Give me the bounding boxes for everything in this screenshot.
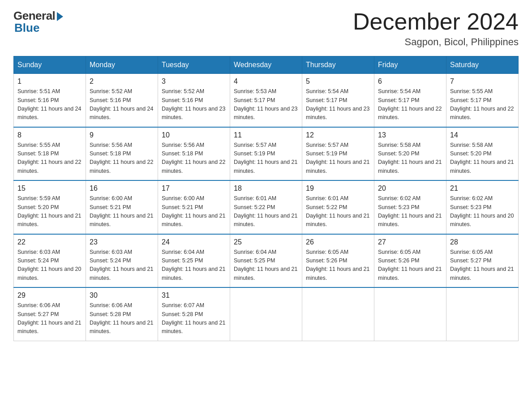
calendar-day-cell: 12 Sunrise: 5:57 AM Sunset: 5:19 PM Dayl… xyxy=(302,127,374,181)
day-number: 20 xyxy=(378,184,442,193)
day-number: 31 xyxy=(162,291,226,300)
day-number: 21 xyxy=(450,184,515,193)
day-number: 14 xyxy=(450,131,515,139)
day-info: Sunrise: 6:06 AM Sunset: 5:28 PM Dayligh… xyxy=(90,301,154,336)
day-info: Sunrise: 6:01 AM Sunset: 5:22 PM Dayligh… xyxy=(234,194,298,229)
day-info: Sunrise: 5:55 AM Sunset: 5:18 PM Dayligh… xyxy=(17,141,82,176)
header-thursday: Thursday xyxy=(302,56,374,74)
day-number: 26 xyxy=(306,238,370,246)
month-title: December 2024 xyxy=(353,9,519,34)
calendar-day-cell: 13 Sunrise: 5:58 AM Sunset: 5:20 PM Dayl… xyxy=(374,127,446,181)
calendar-day-cell: 16 Sunrise: 6:00 AM Sunset: 5:21 PM Dayl… xyxy=(86,180,158,234)
day-number: 5 xyxy=(306,77,370,86)
location-subtitle: Sagpon, Bicol, Philippines xyxy=(353,36,519,48)
day-number: 24 xyxy=(162,238,226,246)
calendar-day-cell: 14 Sunrise: 5:58 AM Sunset: 5:20 PM Dayl… xyxy=(446,127,519,181)
calendar-day-cell xyxy=(230,287,302,341)
calendar-day-cell: 30 Sunrise: 6:06 AM Sunset: 5:28 PM Dayl… xyxy=(86,287,158,341)
day-number: 17 xyxy=(162,184,226,193)
calendar-day-cell xyxy=(374,287,446,341)
calendar-day-cell: 4 Sunrise: 5:53 AM Sunset: 5:17 PM Dayli… xyxy=(230,74,302,127)
day-info: Sunrise: 6:05 AM Sunset: 5:26 PM Dayligh… xyxy=(306,248,370,283)
calendar-table: Sunday Monday Tuesday Wednesday Thursday… xyxy=(13,56,519,341)
header-monday: Monday xyxy=(86,56,158,74)
day-info: Sunrise: 6:04 AM Sunset: 5:25 PM Dayligh… xyxy=(234,248,298,283)
day-info: Sunrise: 5:55 AM Sunset: 5:17 PM Dayligh… xyxy=(450,87,515,122)
calendar-day-cell: 19 Sunrise: 6:01 AM Sunset: 5:22 PM Dayl… xyxy=(302,180,374,234)
day-number: 11 xyxy=(234,131,298,139)
day-info: Sunrise: 5:59 AM Sunset: 5:20 PM Dayligh… xyxy=(17,194,82,229)
logo-arrow-icon xyxy=(57,12,63,21)
calendar-day-cell: 25 Sunrise: 6:04 AM Sunset: 5:25 PM Dayl… xyxy=(230,234,302,288)
day-number: 30 xyxy=(90,291,154,300)
calendar-day-cell: 7 Sunrise: 5:55 AM Sunset: 5:17 PM Dayli… xyxy=(446,74,519,127)
day-number: 1 xyxy=(17,77,82,86)
calendar-day-cell: 8 Sunrise: 5:55 AM Sunset: 5:18 PM Dayli… xyxy=(14,127,86,181)
day-number: 22 xyxy=(17,238,82,246)
header-saturday: Saturday xyxy=(446,56,519,74)
day-info: Sunrise: 5:52 AM Sunset: 5:16 PM Dayligh… xyxy=(90,87,154,122)
day-info: Sunrise: 6:02 AM Sunset: 5:23 PM Dayligh… xyxy=(378,194,442,229)
calendar-day-cell: 22 Sunrise: 6:03 AM Sunset: 5:24 PM Dayl… xyxy=(14,234,86,288)
day-info: Sunrise: 5:54 AM Sunset: 5:17 PM Dayligh… xyxy=(306,87,370,122)
day-number: 7 xyxy=(450,77,515,86)
calendar-day-cell: 1 Sunrise: 5:51 AM Sunset: 5:16 PM Dayli… xyxy=(14,74,86,127)
day-number: 12 xyxy=(306,131,370,139)
day-info: Sunrise: 5:53 AM Sunset: 5:17 PM Dayligh… xyxy=(234,87,298,122)
title-section: December 2024 Sagpon, Bicol, Philippines xyxy=(353,9,519,48)
day-info: Sunrise: 6:05 AM Sunset: 5:27 PM Dayligh… xyxy=(450,248,515,283)
calendar-day-cell xyxy=(302,287,374,341)
day-info: Sunrise: 6:05 AM Sunset: 5:26 PM Dayligh… xyxy=(378,248,442,283)
header-tuesday: Tuesday xyxy=(158,56,230,74)
calendar-day-cell: 2 Sunrise: 5:52 AM Sunset: 5:16 PM Dayli… xyxy=(86,74,158,127)
day-info: Sunrise: 5:51 AM Sunset: 5:16 PM Dayligh… xyxy=(17,87,82,122)
day-info: Sunrise: 6:06 AM Sunset: 5:27 PM Dayligh… xyxy=(17,301,82,336)
calendar-header-row: Sunday Monday Tuesday Wednesday Thursday… xyxy=(14,56,519,74)
day-number: 16 xyxy=(90,184,154,193)
day-number: 27 xyxy=(378,238,442,246)
day-number: 13 xyxy=(378,131,442,139)
calendar-day-cell: 5 Sunrise: 5:54 AM Sunset: 5:17 PM Dayli… xyxy=(302,74,374,127)
page-header: General Blue December 2024 Sagpon, Bicol… xyxy=(13,9,519,48)
calendar-week-row: 15 Sunrise: 5:59 AM Sunset: 5:20 PM Dayl… xyxy=(14,180,519,234)
day-info: Sunrise: 5:58 AM Sunset: 5:20 PM Dayligh… xyxy=(450,141,515,176)
calendar-day-cell: 21 Sunrise: 6:02 AM Sunset: 5:23 PM Dayl… xyxy=(446,180,519,234)
day-number: 15 xyxy=(17,184,82,193)
calendar-day-cell: 29 Sunrise: 6:06 AM Sunset: 5:27 PM Dayl… xyxy=(14,287,86,341)
day-info: Sunrise: 6:03 AM Sunset: 5:24 PM Dayligh… xyxy=(17,248,82,283)
day-info: Sunrise: 5:52 AM Sunset: 5:16 PM Dayligh… xyxy=(162,87,226,122)
day-number: 23 xyxy=(90,238,154,246)
day-info: Sunrise: 6:00 AM Sunset: 5:21 PM Dayligh… xyxy=(90,194,154,229)
day-number: 9 xyxy=(90,131,154,139)
logo: General Blue xyxy=(13,9,63,35)
day-number: 3 xyxy=(162,77,226,86)
calendar-day-cell: 9 Sunrise: 5:56 AM Sunset: 5:18 PM Dayli… xyxy=(86,127,158,181)
day-number: 18 xyxy=(234,184,298,193)
day-number: 25 xyxy=(234,238,298,246)
day-number: 28 xyxy=(450,238,515,246)
header-wednesday: Wednesday xyxy=(230,56,302,74)
day-number: 8 xyxy=(17,131,82,139)
day-info: Sunrise: 5:57 AM Sunset: 5:19 PM Dayligh… xyxy=(306,141,370,176)
day-info: Sunrise: 6:04 AM Sunset: 5:25 PM Dayligh… xyxy=(162,248,226,283)
calendar-day-cell: 31 Sunrise: 6:07 AM Sunset: 5:28 PM Dayl… xyxy=(158,287,230,341)
day-info: Sunrise: 6:03 AM Sunset: 5:24 PM Dayligh… xyxy=(90,248,154,283)
header-friday: Friday xyxy=(374,56,446,74)
calendar-day-cell: 23 Sunrise: 6:03 AM Sunset: 5:24 PM Dayl… xyxy=(86,234,158,288)
calendar-day-cell: 11 Sunrise: 5:57 AM Sunset: 5:19 PM Dayl… xyxy=(230,127,302,181)
day-info: Sunrise: 5:58 AM Sunset: 5:20 PM Dayligh… xyxy=(378,141,442,176)
calendar-day-cell: 20 Sunrise: 6:02 AM Sunset: 5:23 PM Dayl… xyxy=(374,180,446,234)
header-sunday: Sunday xyxy=(14,56,86,74)
day-number: 4 xyxy=(234,77,298,86)
day-info: Sunrise: 5:54 AM Sunset: 5:17 PM Dayligh… xyxy=(378,87,442,122)
calendar-week-row: 8 Sunrise: 5:55 AM Sunset: 5:18 PM Dayli… xyxy=(14,127,519,181)
day-info: Sunrise: 6:01 AM Sunset: 5:22 PM Dayligh… xyxy=(306,194,370,229)
day-number: 6 xyxy=(378,77,442,86)
calendar-day-cell: 17 Sunrise: 6:00 AM Sunset: 5:21 PM Dayl… xyxy=(158,180,230,234)
calendar-day-cell: 26 Sunrise: 6:05 AM Sunset: 5:26 PM Dayl… xyxy=(302,234,374,288)
day-number: 2 xyxy=(90,77,154,86)
calendar-day-cell: 3 Sunrise: 5:52 AM Sunset: 5:16 PM Dayli… xyxy=(158,74,230,127)
calendar-day-cell: 6 Sunrise: 5:54 AM Sunset: 5:17 PM Dayli… xyxy=(374,74,446,127)
day-info: Sunrise: 6:07 AM Sunset: 5:28 PM Dayligh… xyxy=(162,301,226,336)
day-info: Sunrise: 6:00 AM Sunset: 5:21 PM Dayligh… xyxy=(162,194,226,229)
